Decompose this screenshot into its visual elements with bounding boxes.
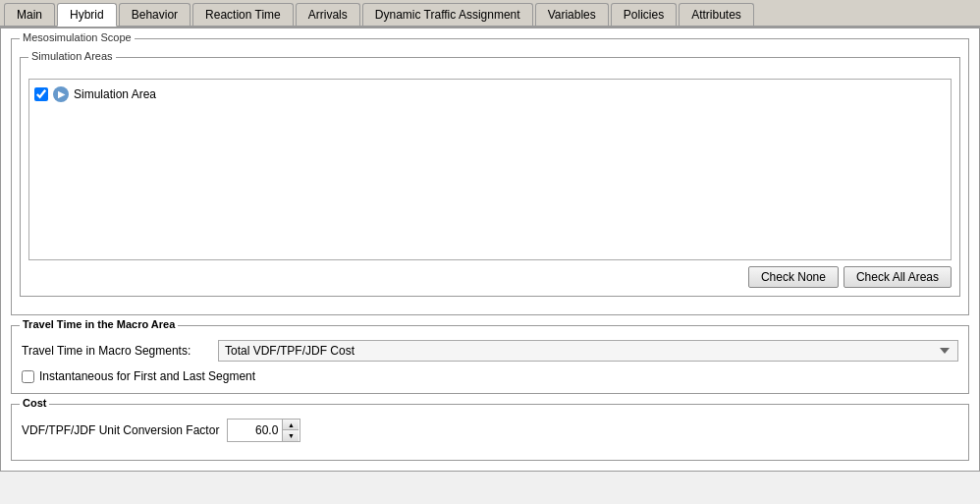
tab-behavior[interactable]: Behavior: [119, 3, 191, 26]
spinner-buttons: ▲ ▼: [282, 420, 299, 441]
spinner-down-button[interactable]: ▼: [283, 430, 299, 441]
mesosimulation-scope-section: Mesosimulation Scope Simulation Areas ▶ …: [11, 38, 969, 315]
tab-variables[interactable]: Variables: [535, 3, 609, 26]
spinner-up-button[interactable]: ▲: [283, 420, 299, 430]
simulation-areas-label: Simulation Areas: [28, 50, 116, 62]
simulation-area-item: ▶ Simulation Area: [34, 84, 946, 104]
content-area: Mesosimulation Scope Simulation Areas ▶ …: [0, 28, 980, 472]
macro-segments-row: Travel Time in Macro Segments: Total VDF…: [22, 340, 958, 362]
mesosimulation-scope-label: Mesosimulation Scope: [20, 31, 135, 43]
check-none-button[interactable]: Check None: [748, 266, 839, 288]
simulation-area-name: Simulation Area: [74, 87, 156, 101]
cost-section: Cost VDF/TPF/JDF Unit Conversion Factor …: [11, 404, 969, 461]
macro-segments-label: Travel Time in Macro Segments:: [22, 344, 218, 358]
tab-hybrid[interactable]: Hybrid: [57, 3, 117, 27]
tab-policies[interactable]: Policies: [611, 3, 677, 26]
tab-reaction-time[interactable]: Reaction Time: [192, 3, 294, 26]
tab-main[interactable]: Main: [4, 3, 55, 26]
conversion-factor-row: VDF/TPF/JDF Unit Conversion Factor ▲ ▼: [22, 419, 958, 442]
macro-segments-select[interactable]: Total VDF/TPF/JDF CostVDF CostTPF CostJD…: [218, 340, 958, 362]
instantaneous-row: Instantaneous for First and Last Segment: [22, 369, 958, 383]
instantaneous-checkbox[interactable]: [22, 370, 34, 383]
tab-dynamic-traffic[interactable]: Dynamic Traffic Assignment: [362, 3, 533, 26]
simulation-areas-group: Simulation Areas ▶ Simulation Area Check…: [20, 57, 960, 297]
travel-time-section: Travel Time in the Macro Area Travel Tim…: [11, 325, 969, 394]
tab-attributes[interactable]: Attributes: [679, 3, 754, 26]
check-all-button[interactable]: Check All Areas: [844, 266, 952, 288]
conversion-factor-label: VDF/TPF/JDF Unit Conversion Factor: [22, 423, 219, 437]
conversion-factor-input[interactable]: [228, 421, 282, 439]
simulation-area-checkbox[interactable]: [34, 87, 48, 101]
travel-time-label: Travel Time in the Macro Area: [20, 318, 178, 330]
instantaneous-label: Instantaneous for First and Last Segment: [39, 369, 255, 383]
area-icon: ▶: [53, 86, 69, 102]
tab-arrivals[interactable]: Arrivals: [296, 3, 360, 26]
conversion-factor-spinner: ▲ ▼: [227, 419, 300, 442]
area-buttons-row: Check None Check All Areas: [28, 266, 952, 288]
cost-section-label: Cost: [20, 397, 49, 409]
simulation-areas-list: ▶ Simulation Area: [28, 79, 952, 260]
tabs-bar: MainHybridBehaviorReaction TimeArrivalsD…: [0, 0, 980, 28]
